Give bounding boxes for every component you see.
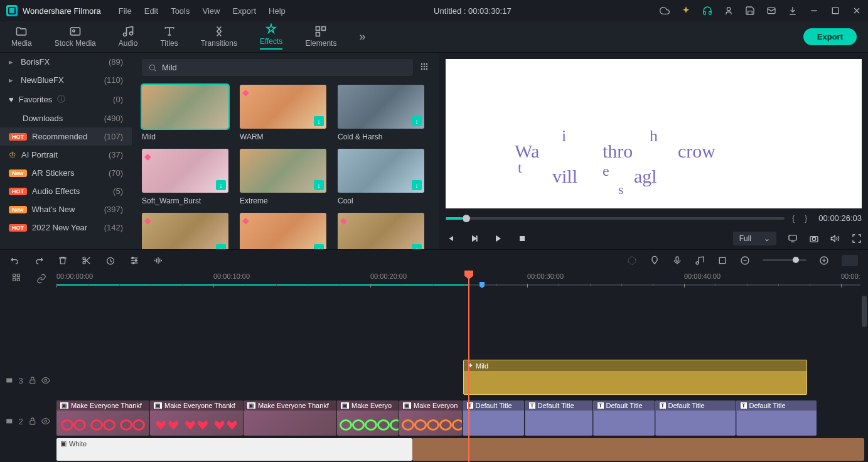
split-icon[interactable] bbox=[82, 255, 92, 266]
title-clip[interactable]: TDefault Title bbox=[736, 400, 817, 436]
sidebar-item-downloads[interactable]: Downloads(490) bbox=[0, 109, 132, 127]
sidebar-item-audio-effects[interactable]: HOTAudio Effects(5) bbox=[0, 182, 132, 200]
tab-media[interactable]: Media bbox=[11, 25, 32, 49]
volume-icon[interactable] bbox=[830, 234, 840, 244]
timeline-scrollbar[interactable] bbox=[862, 296, 867, 327]
time-ruler[interactable]: 00:00:00:0000:00:10:0000:00:20:0000:00:3… bbox=[0, 271, 868, 289]
media-clip[interactable]: ▣Make Everyone Thankf bbox=[244, 400, 336, 436]
download-icon[interactable] bbox=[788, 6, 798, 16]
fullscreen-icon[interactable] bbox=[852, 234, 862, 244]
sidebar-item-favorites[interactable]: ♥Favorites ⓘ(0) bbox=[0, 89, 132, 109]
effect-thumb[interactable] bbox=[338, 213, 429, 249]
snapshot-icon[interactable] bbox=[809, 234, 819, 244]
quality-select[interactable]: Full⌄ bbox=[733, 232, 776, 245]
headphones-icon[interactable] bbox=[702, 6, 712, 16]
title-clip[interactable]: TDefault Title bbox=[525, 400, 592, 436]
cloud-icon[interactable] bbox=[660, 6, 670, 16]
clip-type-icon: ▣ bbox=[247, 402, 255, 409]
marker-icon[interactable] bbox=[650, 255, 660, 266]
display-icon[interactable] bbox=[788, 234, 798, 244]
render-icon[interactable] bbox=[627, 255, 637, 266]
export-button[interactable]: Export bbox=[803, 28, 857, 45]
effect-thumb[interactable]: Mild bbox=[142, 85, 233, 141]
sparkle-icon[interactable] bbox=[681, 6, 691, 16]
effect-thumb[interactable]: Extreme bbox=[240, 149, 331, 205]
audio-wave-icon[interactable] bbox=[153, 255, 163, 266]
effect-thumb[interactable]: Cool bbox=[338, 149, 429, 205]
effect-thumb[interactable]: WARM bbox=[240, 85, 331, 141]
sidebar-item-2022-new-year[interactable]: HOT2022 New Year(142) bbox=[0, 218, 132, 237]
title-clip[interactable]: TDefault Title bbox=[593, 400, 655, 436]
chevron-down-icon: ⌄ bbox=[764, 234, 770, 243]
track-size-toggle[interactable] bbox=[842, 255, 858, 266]
brown-clip[interactable] bbox=[412, 438, 864, 461]
download-badge-icon bbox=[412, 244, 422, 249]
crop-icon[interactable] bbox=[717, 255, 727, 266]
voiceover-icon[interactable] bbox=[672, 255, 682, 266]
tab-elements[interactable]: Elements bbox=[305, 25, 336, 49]
effect-thumb[interactable]: Soft_Warm_Burst bbox=[142, 149, 233, 205]
white-clip[interactable]: ▣White bbox=[56, 438, 412, 461]
sidebar-item-newbluefx[interactable]: ▸NewBlueFX(110) bbox=[0, 71, 132, 89]
media-clip[interactable]: ▣Make Everyone Thankf bbox=[150, 400, 243, 436]
effect-clip[interactable]: ✦Mild bbox=[463, 360, 807, 395]
stop-icon[interactable] bbox=[517, 234, 527, 244]
music-icon[interactable] bbox=[695, 255, 705, 266]
close-icon[interactable] bbox=[852, 6, 862, 16]
effect-thumb[interactable]: Cold & Harsh bbox=[338, 85, 429, 141]
maximize-icon[interactable] bbox=[830, 6, 840, 16]
zoom-in-icon[interactable] bbox=[819, 255, 829, 266]
play-pause-icon[interactable] bbox=[469, 234, 480, 244]
lock-icon[interactable] bbox=[28, 376, 37, 385]
user-icon[interactable] bbox=[724, 6, 734, 16]
speed-icon[interactable] bbox=[105, 255, 115, 266]
in-point-marker[interactable] bbox=[480, 282, 485, 288]
track-3[interactable]: ✦Mild bbox=[56, 358, 868, 396]
menu-edit[interactable]: Edit bbox=[144, 6, 158, 16]
tab-effects[interactable]: Effects bbox=[260, 23, 282, 51]
media-clip[interactable]: ▣Make Everyon bbox=[399, 400, 462, 436]
delete-icon[interactable] bbox=[58, 255, 68, 266]
sidebar-item-ar-stickers[interactable]: NewAR Stickers(70) bbox=[0, 164, 132, 182]
grid-view-icon[interactable] bbox=[419, 62, 429, 73]
effect-thumb[interactable] bbox=[142, 213, 233, 249]
tab-titles[interactable]: Titles bbox=[160, 25, 178, 49]
undo-icon[interactable] bbox=[10, 255, 20, 266]
track-2[interactable]: ▣Make Everyone Thankf▣Make Everyone Than… bbox=[56, 399, 868, 437]
title-clip[interactable]: TDefault Title bbox=[655, 400, 736, 436]
search-input[interactable] bbox=[142, 59, 413, 76]
save-icon[interactable] bbox=[745, 6, 755, 16]
sidebar-item-recommended[interactable]: HOTRecommended(107) bbox=[0, 127, 132, 146]
menu-file[interactable]: File bbox=[119, 6, 132, 16]
media-clip[interactable]: ▣Make Everyo bbox=[337, 400, 399, 436]
zoom-slider[interactable] bbox=[763, 259, 806, 261]
preview-progress[interactable] bbox=[446, 217, 785, 220]
tab-audio[interactable]: Audio bbox=[119, 25, 138, 49]
tab-stock-media[interactable]: Stock Media bbox=[55, 25, 96, 49]
eye-icon[interactable] bbox=[41, 417, 50, 426]
media-clip[interactable]: ▣Make Everyone Thankf bbox=[56, 400, 149, 436]
menu-export[interactable]: Export bbox=[232, 6, 256, 16]
menu-view[interactable]: View bbox=[202, 6, 220, 16]
sidebar-item-what's-new[interactable]: NewWhat's New(397) bbox=[0, 200, 132, 218]
sidebar-item-borisfx[interactable]: ▸BorisFX(89) bbox=[0, 53, 132, 71]
menu-help[interactable]: Help bbox=[269, 6, 286, 16]
eye-icon[interactable] bbox=[41, 376, 50, 385]
tab-transitions[interactable]: Transitions bbox=[201, 25, 237, 49]
minimize-icon[interactable] bbox=[809, 6, 819, 16]
sidebar-item-ai-portrait[interactable]: ♔AI Portrait(37) bbox=[0, 146, 132, 164]
effect-thumb[interactable] bbox=[240, 213, 331, 249]
mail-icon[interactable] bbox=[766, 6, 776, 16]
playhead[interactable] bbox=[468, 271, 469, 462]
adjust-icon[interactable] bbox=[129, 255, 139, 266]
lock-icon[interactable] bbox=[28, 417, 37, 426]
search-field[interactable] bbox=[162, 63, 407, 72]
menu-tools[interactable]: Tools bbox=[171, 6, 190, 16]
redo-icon[interactable] bbox=[34, 255, 44, 266]
tabs-overflow-icon[interactable]: » bbox=[359, 30, 365, 43]
play-icon[interactable] bbox=[493, 234, 503, 244]
zoom-out-icon[interactable] bbox=[740, 255, 750, 266]
track-1[interactable]: ▣White bbox=[56, 437, 868, 462]
title-clip[interactable]: TDefault Title bbox=[463, 400, 524, 436]
prev-frame-icon[interactable] bbox=[446, 234, 456, 244]
